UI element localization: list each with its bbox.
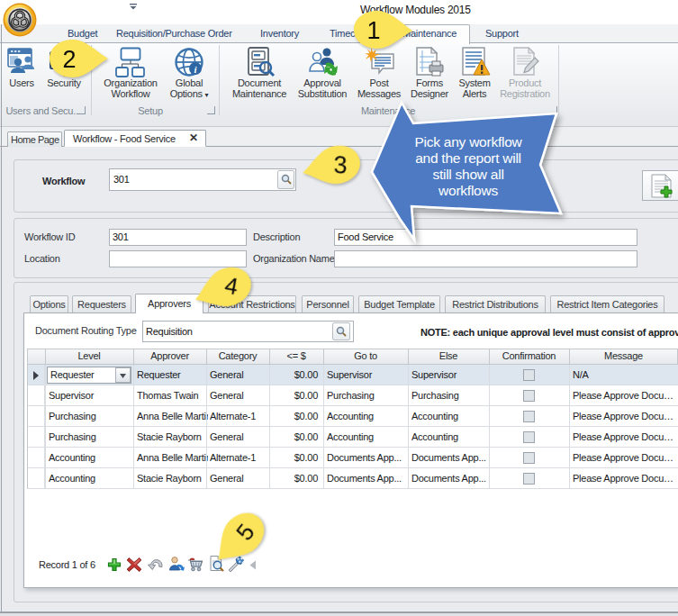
svg-text:still show all: still show all [432, 167, 503, 182]
svg-text:workflows: workflows [438, 183, 498, 198]
svg-text:2: 2 [63, 46, 77, 73]
svg-text:1: 1 [367, 17, 381, 44]
svg-text:3: 3 [334, 151, 348, 178]
svg-text:and the report will: and the report will [415, 150, 521, 166]
svg-text:Pick any workflow: Pick any workflow [415, 134, 523, 149]
